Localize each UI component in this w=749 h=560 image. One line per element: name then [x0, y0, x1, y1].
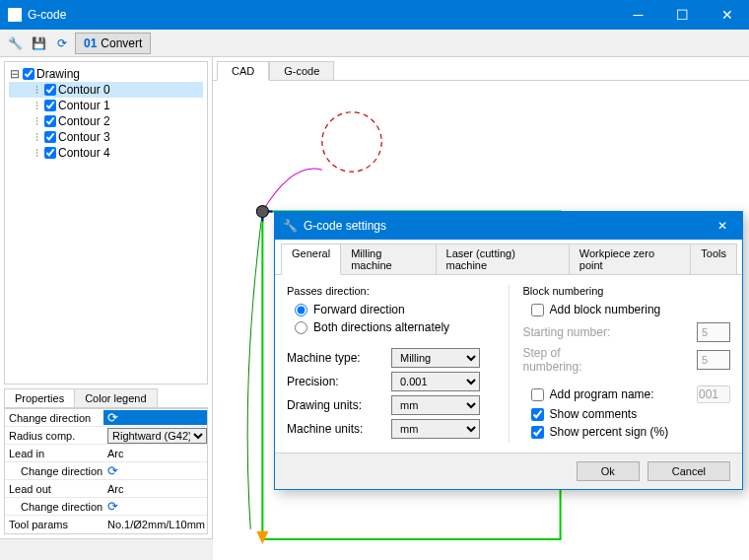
cancel-button[interactable]: Cancel: [647, 461, 730, 481]
radio-forward-label: Forward direction: [313, 303, 405, 316]
prop-change-direction-label: Change direction: [5, 412, 103, 424]
prop-lead-out-change-value[interactable]: ⟳: [103, 499, 207, 514]
minimize-button[interactable]: ─: [616, 0, 660, 30]
tab-tools[interactable]: Tools: [690, 244, 737, 274]
block-numbering-label: Block numbering: [523, 285, 731, 297]
dialog-title-text: G-code settings: [304, 219, 386, 233]
tree-item-3-checkbox[interactable]: [44, 131, 56, 143]
machine-type-label: Machine type:: [287, 351, 385, 365]
tree-item-1-checkbox[interactable]: [44, 100, 56, 111]
tree-item-4-checkbox[interactable]: [44, 147, 56, 159]
tab-properties[interactable]: Properties: [4, 388, 75, 407]
tree-item-3[interactable]: ⸽ Contour 3: [9, 129, 203, 145]
machine-units-label: Machine units:: [287, 422, 385, 436]
radio-forward-row[interactable]: Forward direction: [287, 301, 495, 318]
check-show-comments[interactable]: [531, 408, 544, 421]
radio-both[interactable]: [295, 321, 307, 334]
prop-radius-comp-value[interactable]: Rightward (G42): [103, 428, 207, 444]
wrench-icon: 🔧: [283, 219, 298, 233]
radio-both-row[interactable]: Both directions alternately: [287, 318, 495, 336]
tab-milling[interactable]: Milling machine: [340, 244, 436, 274]
tab-workpiece-zero[interactable]: Workpiece zero point: [569, 244, 692, 274]
program-name-input: [697, 385, 730, 403]
check-add-block-label: Add block numbering: [550, 303, 661, 316]
window-title: G-code: [28, 8, 616, 22]
step-numbering-label: Step of numbering:: [523, 346, 622, 374]
refresh-icon[interactable]: ⟳: [51, 33, 73, 54]
convert-button[interactable]: 01 Convert: [75, 33, 151, 54]
tree-line-icon: ⸽: [31, 83, 42, 97]
save-icon[interactable]: 💾: [28, 33, 49, 54]
tree-item-0-checkbox[interactable]: [44, 84, 56, 96]
prop-lead-in-change-value[interactable]: ⟳: [103, 463, 207, 478]
prop-tool-params-label: Tool params: [5, 519, 103, 530]
prop-lead-out-value[interactable]: Arc: [103, 483, 207, 495]
tree-root[interactable]: ⊟ Drawing: [9, 66, 203, 82]
refresh-icon: ⟳: [107, 410, 118, 425]
left-panel: ⊟ Drawing ⸽ Contour 0 ⸽ Contour 1 ⸽ Cont…: [0, 57, 213, 538]
tree-item-3-label: Contour 3: [58, 130, 110, 144]
check-add-block-row[interactable]: Add block numbering: [523, 301, 731, 318]
check-show-percent[interactable]: [531, 426, 544, 439]
step-numbering-input: [697, 350, 730, 370]
machine-units-select[interactable]: mm: [391, 419, 480, 439]
svg-marker-5: [256, 531, 268, 544]
maximize-button[interactable]: ☐: [660, 0, 705, 30]
tab-cad[interactable]: CAD: [217, 61, 269, 81]
precision-select[interactable]: 0.001: [391, 372, 480, 391]
dialog-tabs: General Milling machine Laser (cutting) …: [275, 240, 742, 275]
tree-line-icon: ⸽: [31, 130, 42, 144]
prop-radius-comp-label: Radius comp.: [5, 430, 103, 442]
collapse-icon[interactable]: ⊟: [9, 67, 21, 81]
check-add-program-row[interactable]: Add program name:: [523, 384, 731, 405]
tree-item-4-label: Contour 4: [58, 146, 110, 160]
tree-item-0-label: Contour 0: [58, 83, 110, 97]
tab-general[interactable]: General: [281, 244, 341, 275]
starting-number-label: Starting number:: [523, 325, 622, 339]
tab-color-legend[interactable]: Color legend: [74, 388, 157, 407]
tree-line-icon: ⸽: [31, 99, 42, 112]
window-titlebar: G-code ─ ☐ ✕: [0, 0, 749, 30]
check-show-percent-row[interactable]: Show percent sign (%): [523, 423, 731, 441]
radio-forward[interactable]: [295, 304, 307, 316]
tab-laser[interactable]: Laser (cutting) machine: [436, 244, 570, 274]
prop-lead-in-value[interactable]: Arc: [103, 448, 207, 459]
tree-item-4[interactable]: ⸽ Contour 4: [9, 145, 203, 161]
passes-direction-label: Passes direction:: [287, 285, 495, 297]
dialog-close-button[interactable]: ✕: [703, 212, 742, 240]
machine-type-select[interactable]: Milling: [391, 348, 480, 368]
prop-lead-out-change-label: Change direction: [5, 501, 103, 513]
refresh-icon: ⟳: [107, 463, 118, 478]
check-show-comments-label: Show comments: [550, 407, 638, 421]
drawing-units-select[interactable]: mm: [391, 395, 480, 415]
radius-comp-select[interactable]: Rightward (G42): [107, 428, 207, 444]
tree-panel: ⊟ Drawing ⸽ Contour 0 ⸽ Contour 1 ⸽ Cont…: [4, 61, 208, 385]
tree-item-2-label: Contour 2: [58, 114, 110, 128]
prop-tool-params-value[interactable]: No.1/Ø2mm/L10mm: [103, 519, 207, 530]
tab-gcode[interactable]: G-code: [269, 61, 334, 80]
tree-item-0[interactable]: ⸽ Contour 0: [9, 82, 203, 98]
close-window-button[interactable]: ✕: [705, 0, 749, 30]
check-add-program[interactable]: [531, 388, 544, 401]
tree-item-1[interactable]: ⸽ Contour 1: [9, 98, 203, 113]
prop-lead-in-change-label: Change direction: [5, 465, 103, 477]
app-icon: [8, 8, 22, 22]
check-show-percent-label: Show percent sign (%): [550, 425, 669, 439]
svg-point-4: [256, 205, 268, 217]
prop-lead-out-label: Lead out: [5, 483, 103, 495]
convert-label: Convert: [101, 36, 142, 50]
tree-item-2-checkbox[interactable]: [44, 115, 56, 127]
tree-root-checkbox[interactable]: [23, 68, 34, 80]
radio-both-label: Both directions alternately: [313, 320, 449, 334]
wrench-icon[interactable]: 🔧: [4, 33, 26, 54]
precision-label: Precision:: [287, 375, 385, 388]
prop-change-direction-value[interactable]: ⟳: [103, 410, 207, 425]
check-add-program-label: Add program name:: [550, 387, 654, 401]
check-add-block[interactable]: [531, 304, 544, 316]
tree-item-2[interactable]: ⸽ Contour 2: [9, 113, 203, 129]
check-show-comments-row[interactable]: Show comments: [523, 405, 731, 423]
starting-number-input: [697, 322, 730, 342]
tree-line-icon: ⸽: [31, 146, 42, 160]
view-tabs: CAD G-code: [213, 57, 749, 81]
ok-button[interactable]: Ok: [577, 461, 640, 481]
